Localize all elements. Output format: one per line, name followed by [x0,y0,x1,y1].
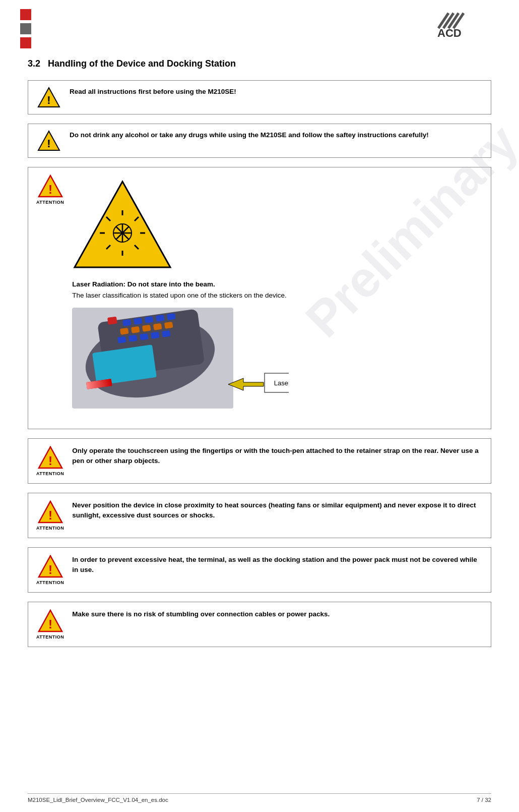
footer-left: M210SE_Lidl_Brief_Overview_FCC_V1.04_en_… [28,797,168,803]
main-content: 3.2 Handling of the Device and Docking S… [0,53,519,671]
section-number: 3.2 [28,59,40,69]
svg-text:!: ! [48,454,52,468]
section-title-text: Handling of the Device and Docking Stati… [48,59,236,69]
attention-box-1: ! ATTENTION Only operate the touchscreen… [28,438,491,484]
attention-label-3: ATTENTION [36,580,64,585]
attention-inner-3: ! ATTENTION In order to prevent excessiv… [36,555,483,585]
svg-text:!: ! [47,137,50,150]
attention-text-3: In order to prevent excessive heat, the … [72,555,483,575]
svg-text:!: ! [48,563,52,576]
attention-text-1: Only operate the touchscreen using the f… [72,446,483,467]
warning-box-2: ! Do not drink any alcohol or take any d… [28,124,491,158]
svg-rect-37 [142,325,151,332]
attention-box-4: ! ATTENTION Make sure there is no risk o… [28,602,491,647]
footer-right: 7 / 32 [477,797,491,803]
attention-icon-col-1: ! ATTENTION [36,446,64,476]
page-header: ACD GRUPPE [0,0,519,53]
attention-inner-2: ! ATTENTION Never position the device in… [36,500,483,531]
laser-big-triangle [72,178,173,271]
attention-box-2: ! ATTENTION Never position the device in… [28,493,491,538]
color-block-gray [20,23,31,34]
svg-text:GRUPPE: GRUPPE [437,38,467,39]
warning-text-1: Read all instructions first before using… [70,87,236,97]
svg-rect-42 [140,333,149,340]
svg-rect-36 [131,326,140,333]
acd-logo: ACD GRUPPE [433,9,499,39]
warning-box-1: ! Read all instructions first before usi… [28,80,491,114]
svg-rect-45 [107,317,117,325]
attention-box-3: ! ATTENTION In order to prevent excessiv… [28,547,491,593]
device-illustration: Laser beam exit [72,308,289,414]
svg-rect-32 [145,316,154,323]
svg-text:!: ! [47,94,50,106]
svg-rect-30 [122,319,132,326]
attention-icon-col-4: ! ATTENTION [36,609,64,640]
laser-box-top: ! ATTENTION [36,175,483,416]
attention-text-4: Make sure there is no risk of stumbling … [72,609,330,619]
svg-text:Laser beam exit: Laser beam exit [274,379,289,387]
section-title: 3.2 Handling of the Device and Docking S… [28,59,491,69]
svg-rect-31 [134,318,143,325]
attention-label-4: ATTENTION [36,634,64,640]
svg-rect-39 [164,322,173,329]
attention-label-2: ATTENTION [36,526,64,531]
warning-icon-2: ! [36,130,61,151]
warning-text-2: Do not drink any alcohol or take any dru… [70,130,429,140]
svg-rect-38 [153,323,162,330]
svg-text:ACD: ACD [437,27,462,39]
laser-box: ! ATTENTION [28,167,491,429]
color-block-red2 [20,37,31,48]
svg-rect-41 [128,335,138,342]
page-footer: M210SE_Lidl_Brief_Overview_FCC_V1.04_en_… [28,793,491,803]
svg-rect-35 [120,328,129,335]
warning-icon-1: ! [36,87,61,108]
svg-text:!: ! [48,183,52,196]
svg-rect-43 [151,332,160,339]
color-block-red [20,9,31,20]
svg-marker-49 [228,378,264,390]
attention-text-2: Never position the device in close proxi… [72,500,483,521]
svg-rect-44 [162,330,171,337]
attention-icon-col-2: ! ATTENTION [36,500,64,531]
svg-rect-33 [156,315,165,322]
svg-rect-40 [117,336,126,343]
attention-inner-4: ! ATTENTION Make sure there is no risk o… [36,609,483,640]
attention-inner-1: ! ATTENTION Only operate the touchscreen… [36,446,483,476]
svg-rect-34 [167,313,176,320]
laser-radiation-sub: The laser classification is stated upon … [72,292,286,299]
laser-device-image: Laser beam exit [72,308,294,416]
laser-attention-icon-col: ! ATTENTION [36,175,64,205]
laser-warning-section: Laser Radiation: Do not stare into the b… [72,175,483,416]
svg-text:!: ! [48,508,52,522]
attention-icon-col-3: ! ATTENTION [36,555,64,585]
laser-text: Laser Radiation: Do not stare into the b… [72,279,286,301]
attention-label-laser: ATTENTION [36,200,64,205]
attention-label-1: ATTENTION [36,471,64,476]
color-blocks [20,9,31,48]
logo: ACD GRUPPE [433,9,499,39]
laser-radiation-title: Laser Radiation: Do not stare into the b… [72,280,215,288]
svg-text:!: ! [48,617,52,631]
